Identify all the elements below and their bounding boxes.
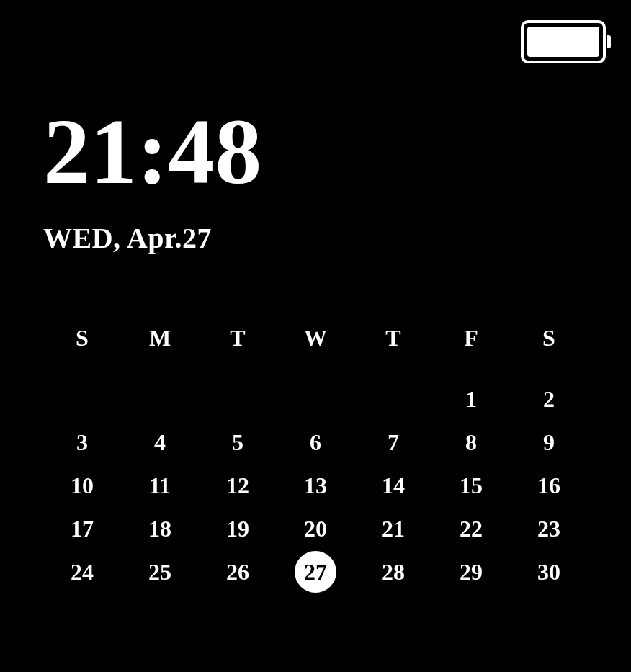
calendar-day-number: 17	[71, 516, 94, 542]
calendar-day-number: 13	[304, 472, 327, 499]
calendar-day-number: 4	[154, 429, 166, 456]
calendar-day-number: 25	[148, 559, 171, 586]
weekday-row: S M T W T F S	[43, 321, 588, 356]
calendar-day-cell[interactable]: 4	[121, 421, 199, 464]
calendar-day-cell[interactable]: 12	[199, 464, 277, 507]
calendar-days: 1234567891011121314151617181920212223242…	[43, 377, 588, 593]
calendar-day-number: 20	[304, 516, 327, 542]
calendar-day-cell[interactable]: 6	[277, 421, 354, 464]
calendar-day-cell[interactable]: 26	[199, 550, 277, 593]
calendar-day-number: 5	[232, 429, 243, 456]
calendar-day-number: 22	[460, 516, 483, 542]
calendar-day-cell[interactable]: 14	[354, 464, 432, 507]
calendar-day-number: 1	[465, 386, 477, 413]
calendar-day-cell[interactable]: 17	[43, 507, 121, 550]
calendar-day-cell[interactable]: 19	[199, 507, 277, 550]
date-display: WED, Apr.27	[43, 221, 261, 255]
calendar-day-cell[interactable]: 8	[432, 421, 510, 464]
calendar-day-number: 6	[310, 429, 321, 456]
calendar-week-row: 10111213141516	[43, 464, 588, 507]
calendar-day-cell[interactable]: 5	[199, 421, 277, 464]
calendar-day-cell[interactable]: 21	[354, 507, 432, 550]
calendar-day-cell[interactable]: 16	[510, 464, 588, 507]
calendar: S M T W T F S 12345678910111213141516171…	[43, 321, 588, 593]
calendar-day-cell[interactable]	[199, 377, 277, 421]
calendar-day-number: 21	[382, 516, 405, 542]
weekday-label: W	[277, 321, 354, 356]
calendar-day-cell[interactable]: 18	[121, 507, 199, 550]
weekday-label: S	[510, 321, 588, 356]
calendar-day-cell[interactable]	[354, 377, 432, 421]
clock-block: 21:48 WED, Apr.27	[43, 104, 261, 255]
calendar-day-cell[interactable]: 30	[510, 550, 588, 593]
battery-indicator	[521, 20, 611, 63]
calendar-day-cell[interactable]: 22	[432, 507, 510, 550]
weekday-label: M	[121, 321, 199, 356]
calendar-day-number: 26	[226, 559, 249, 586]
battery-body	[521, 20, 606, 63]
calendar-day-cell[interactable]	[121, 377, 199, 421]
calendar-day-cell[interactable]: 15	[432, 464, 510, 507]
calendar-day-number: 8	[465, 429, 477, 456]
calendar-day-cell[interactable]: 27	[277, 550, 354, 593]
calendar-day-number: 19	[226, 516, 249, 542]
calendar-day-number: 9	[543, 429, 555, 456]
calendar-day-number: 15	[460, 472, 483, 499]
calendar-day-number: 3	[76, 429, 88, 456]
calendar-day-number: 2	[543, 386, 555, 413]
calendar-day-cell[interactable]: 7	[354, 421, 432, 464]
calendar-day-cell[interactable]: 3	[43, 421, 121, 464]
calendar-day-cell[interactable]: 29	[432, 550, 510, 593]
calendar-day-cell[interactable]: 1	[432, 377, 510, 421]
calendar-day-cell[interactable]: 25	[121, 550, 199, 593]
calendar-day-cell[interactable]	[277, 377, 354, 421]
calendar-day-cell[interactable]	[43, 377, 121, 421]
calendar-week-row: 17181920212223	[43, 507, 588, 550]
weekday-label: T	[354, 321, 432, 356]
calendar-day-number: 14	[382, 472, 405, 499]
battery-fill	[527, 27, 599, 57]
calendar-day-number: 30	[537, 559, 560, 586]
calendar-day-number: 7	[388, 429, 399, 456]
calendar-day-cell[interactable]: 10	[43, 464, 121, 507]
calendar-day-cell[interactable]: 20	[277, 507, 354, 550]
calendar-day-number: 29	[460, 559, 483, 586]
calendar-day-cell[interactable]: 28	[354, 550, 432, 593]
calendar-day-cell[interactable]: 23	[510, 507, 588, 550]
calendar-day-number: 24	[71, 559, 94, 586]
battery-tip	[607, 35, 611, 48]
calendar-day-number: 16	[537, 472, 560, 499]
calendar-day-number: 18	[148, 516, 171, 542]
calendar-day-cell[interactable]: 24	[43, 550, 121, 593]
calendar-day-number: 12	[226, 472, 249, 499]
calendar-day-number: 28	[382, 559, 405, 586]
weekday-label: F	[432, 321, 510, 356]
calendar-day-cell[interactable]: 2	[510, 377, 588, 421]
calendar-week-row: 3456789	[43, 421, 588, 464]
calendar-day-number: 11	[149, 472, 171, 499]
calendar-day-cell[interactable]: 13	[277, 464, 354, 507]
calendar-week-row: 24252627282930	[43, 550, 588, 593]
time-display: 21:48	[43, 104, 261, 198]
calendar-day-number: 10	[71, 472, 94, 499]
weekday-label: S	[43, 321, 121, 356]
calendar-day-number: 27	[304, 559, 327, 586]
calendar-day-number: 23	[537, 516, 560, 542]
calendar-day-cell[interactable]: 11	[121, 464, 199, 507]
weekday-label: T	[199, 321, 277, 356]
calendar-week-row: 12	[43, 377, 588, 421]
calendar-day-cell[interactable]: 9	[510, 421, 588, 464]
